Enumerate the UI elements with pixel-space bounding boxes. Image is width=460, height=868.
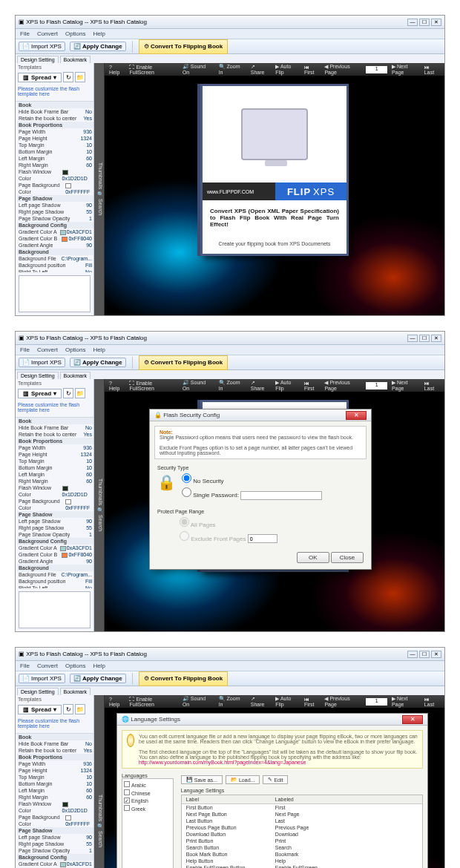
ok-button[interactable]: OK — [297, 552, 329, 563]
import-icon: 📄 — [22, 43, 30, 50]
protect-range-label: Protect Page Range — [157, 509, 364, 514]
share-button[interactable]: ↗ Share — [251, 64, 270, 75]
preview-toolbar: ? Help ⛶ Enable FullScreen 🔊 Sound On 🔍 … — [105, 63, 444, 76]
book-footer: Create your flipping book from XPS Docum… — [203, 231, 346, 254]
maximize-button[interactable]: ☐ — [419, 19, 430, 26]
background-header: Background — [17, 249, 93, 255]
color-swatch[interactable] — [65, 183, 71, 188]
screenshot-3: ▣ XPS to Flash Catalog -- XPS to Flash C… — [15, 647, 445, 868]
color-swatch[interactable] — [62, 170, 68, 175]
close-dialog-button[interactable]: Close — [331, 552, 364, 563]
menu-file[interactable]: File — [20, 30, 30, 37]
gear-icon: ⚙ — [144, 43, 149, 50]
all-pages-radio — [180, 517, 189, 527]
lang-settings-header: Language Settings — [181, 786, 423, 795]
customize-link[interactable]: Please customize the flash template here — [18, 85, 91, 99]
screenshot-2: ▣ XPS to Flash Catalog -- XPS to Flash C… — [15, 331, 445, 632]
sound-button[interactable]: 🔊 Sound On — [183, 64, 213, 75]
lock-icon: 🔒 — [154, 412, 162, 418]
preview-stage: ? Help ⛶ Enable FullScreen 🔊 Sound On 🔍 … — [105, 63, 444, 315]
menu-help[interactable]: Help — [93, 30, 105, 37]
exclude-pages-input — [248, 534, 277, 543]
shadow-header: Page Shadow — [17, 195, 93, 202]
chevron-down-icon: ▾ — [53, 74, 56, 81]
padlock-icon: 🔒 — [157, 473, 176, 491]
close-button[interactable]: ✕ — [431, 19, 441, 26]
prop-rows-1: Hide Book Frame BarNoRetain the book to … — [17, 108, 93, 122]
page-input[interactable]: 1 — [366, 66, 387, 73]
menubar: File Convert Options Help — [16, 29, 444, 39]
menu-options[interactable]: Options — [65, 30, 86, 37]
prop-rows-2: Page Width936Page Height1324Top Margin10… — [17, 128, 93, 168]
minimize-button[interactable]: — — [407, 19, 418, 26]
prop-rows-3: Left page Shadow90Right page Shadow55Pag… — [17, 202, 93, 222]
flipbook-preview[interactable]: www.FLIPPDF.COM FLIPXPS Convert XPS (Ope… — [200, 84, 349, 256]
next-button[interactable]: ▶ Next Page — [392, 64, 420, 75]
monitor-illustration — [241, 108, 308, 160]
lightbulb-icon — [127, 734, 134, 747]
language-table[interactable]: LabelLabeled First ButtonFirstNext Page … — [181, 795, 423, 868]
first-button[interactable]: ⏮ First — [304, 65, 321, 75]
autoflip-button[interactable]: ▶ Auto Flip — [275, 64, 300, 75]
book-header: Book — [17, 102, 93, 108]
save-as-button[interactable]: 💾 Save as... — [181, 775, 223, 784]
help-button[interactable]: ? Help — [109, 65, 123, 75]
languages-header: Languages — [122, 773, 177, 778]
last-button[interactable]: ⏭ Last — [424, 65, 440, 75]
proportions-header: Book Proportions — [17, 122, 93, 128]
globe-icon: 🌐 — [122, 716, 129, 723]
bgconf-header: Background Config — [17, 222, 93, 228]
dialog-title: Language Settings — [131, 716, 180, 723]
fullscreen-button[interactable]: ⛶ Enable FullScreen — [129, 65, 176, 75]
password-input[interactable] — [240, 491, 322, 500]
tab-design-setting[interactable]: Design Setting — [17, 56, 59, 63]
tab-bookmark[interactable]: Bookmark — [60, 56, 91, 63]
open-template-button[interactable]: 📁 — [75, 72, 85, 82]
prop-rows-5: Background FileC:\Program...Background p… — [17, 255, 93, 272]
screenshot-1: ▣ XPS to Flash Catalog -- XPS to Flash C… — [15, 15, 445, 316]
language-dialog: 🌐 Language Settings✕ You can edit curren… — [116, 713, 428, 868]
template-spread-button[interactable]: ▥Spread▾ — [18, 73, 62, 82]
property-list[interactable]: Book Hide Book Frame BarNoRetain the boo… — [16, 102, 93, 272]
book-icon: ▥ — [23, 74, 29, 81]
dialog-title: Flash Security Config — [163, 412, 220, 418]
preview-thumbnail — [19, 275, 91, 312]
refresh-icon: 🔄 — [73, 43, 81, 50]
import-xps-button[interactable]: 📄Import XPS — [19, 42, 65, 51]
brand-url: www.FLIPPDF.COM — [203, 183, 275, 200]
dialog-close-button[interactable]: ✕ — [402, 715, 423, 724]
dialog-close-button[interactable]: ✕ — [346, 411, 367, 420]
security-type-label: Security Type — [157, 465, 364, 470]
apply-change-button[interactable]: 🔄Apply Change — [70, 42, 126, 51]
exclude-pages-radio — [180, 531, 189, 541]
thumbnails-tab[interactable]: Thumbnails 🔍 Search — [94, 63, 105, 315]
load-button[interactable]: 📂 Load... — [226, 775, 260, 784]
no-security-radio[interactable] — [182, 473, 191, 483]
window-titlebar: ▣ XPS to Flash Catalog -- XPS to Flash C… — [16, 16, 444, 29]
prev-button[interactable]: ◀ Previous Page — [324, 64, 361, 75]
refresh-template-button[interactable]: ↻ — [63, 72, 73, 82]
security-dialog: 🔒 Flash Security Config✕ Note: Single Pa… — [149, 409, 372, 570]
left-panel: Templates ▥Spread▾ ↻ 📁 Please customize … — [16, 63, 94, 315]
templates-label: Templates — [18, 65, 91, 70]
app-icon: ▣ — [19, 19, 24, 25]
menu-convert[interactable]: Convert — [37, 30, 58, 37]
main-toolbar: 📄Import XPS 🔄Apply Change ⚙ Convert To F… — [16, 39, 444, 54]
single-password-radio[interactable] — [182, 487, 191, 497]
zoom-button[interactable]: 🔍 Zoom In — [219, 64, 245, 75]
brand-logo: FLIPXPS — [275, 183, 346, 200]
convert-button[interactable]: ⚙ Convert To Flipping Book — [139, 39, 228, 54]
language-list[interactable]: ArabicChinese✓EnglishGreek — [122, 778, 174, 868]
prop-rows-4: Gradient Color A0xA3CFD1Gradient Color B… — [17, 228, 93, 249]
window-title: XPS to Flash Catalog -- XPS to Flash Cat… — [26, 19, 147, 25]
book-description: Convert XPS (Open XML Paper Specificatio… — [203, 200, 346, 231]
edit-button[interactable]: ✎ Edit — [263, 775, 288, 784]
